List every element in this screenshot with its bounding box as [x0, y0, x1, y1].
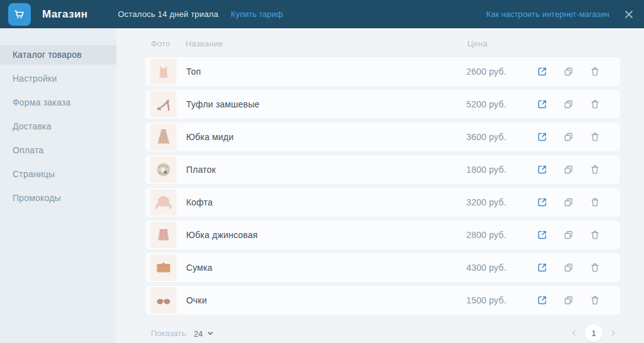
product-price: 4300 руб. [466, 253, 506, 282]
product-name: Юбка миди [186, 122, 234, 151]
pagination: 1 [570, 324, 617, 342]
delete-icon[interactable] [590, 99, 600, 109]
sidebar-item-label: Оплата [13, 145, 43, 155]
product-name: Сумка [186, 253, 213, 282]
product-price: 3600 руб. [466, 122, 506, 151]
product-name: Юбка джинсовая [186, 220, 258, 249]
duplicate-icon[interactable] [564, 165, 574, 175]
product-photo-heeled-shoes [150, 91, 177, 117]
table-header: Фото Название Цена [116, 28, 644, 57]
sidebar-item[interactable]: Оплата [0, 141, 116, 160]
product-photo-glasses [150, 287, 177, 313]
duplicate-icon[interactable] [564, 295, 574, 305]
table-footer: Показать: 24 1 [145, 324, 621, 342]
duplicate-icon[interactable] [564, 99, 574, 109]
close-icon[interactable] [623, 9, 635, 20]
open-product-icon[interactable] [537, 230, 547, 240]
product-photo-denim-skirt [150, 222, 177, 248]
delete-icon[interactable] [590, 165, 600, 175]
product-price: 2800 руб. [466, 220, 506, 249]
sidebar-item-label: Форма заказа [13, 97, 70, 107]
product-price: 5200 руб. [466, 90, 506, 119]
product-list: Топ2600 руб.Туфли замшевые5200 руб.Юбка … [145, 57, 621, 315]
column-header-price: Цена [467, 39, 487, 48]
sidebar-item[interactable]: Промокоды [0, 188, 116, 208]
product-photo-midi-skirt [150, 124, 177, 150]
show-label: Показать: [151, 329, 188, 338]
duplicate-icon[interactable] [564, 132, 574, 142]
product-row[interactable]: Туфли замшевые5200 руб. [145, 89, 621, 119]
duplicate-icon[interactable] [564, 263, 574, 273]
product-row[interactable]: Платок1800 руб. [145, 155, 621, 185]
duplicate-icon[interactable] [564, 67, 574, 77]
product-row[interactable]: Кофта3200 руб. [145, 187, 621, 217]
product-name: Платок [186, 155, 216, 184]
product-photo-sweater [150, 189, 177, 215]
buy-plan-link[interactable]: Купить тариф [231, 9, 283, 19]
chevron-down-icon [207, 329, 214, 339]
trial-status: Осталось 14 дней триала [118, 9, 219, 19]
product-price: 1500 руб. [466, 286, 506, 315]
page-size-select[interactable]: 24 [194, 329, 214, 339]
delete-icon[interactable] [590, 230, 600, 240]
sidebar-item[interactable]: Страницы [0, 165, 116, 184]
sidebar-item-label: Каталог товаров [13, 50, 82, 60]
product-price: 3200 руб. [466, 188, 506, 217]
product-name: Очки [186, 286, 207, 315]
column-header-name: Название [186, 39, 223, 48]
delete-icon[interactable] [590, 295, 600, 305]
product-row[interactable]: Юбка джинсовая2800 руб. [145, 220, 621, 250]
product-photo-scarf [150, 156, 177, 183]
setup-help-link[interactable]: Как настроить интернет-магазин [486, 9, 609, 19]
open-product-icon[interactable] [537, 197, 547, 207]
product-price: 1800 руб. [466, 155, 506, 184]
duplicate-icon[interactable] [564, 230, 574, 240]
product-photo-top [150, 58, 177, 85]
product-price: 2600 руб. [466, 57, 506, 86]
sidebar-item-label: Промокоды [13, 193, 61, 203]
delete-icon[interactable] [590, 132, 600, 142]
current-page-button[interactable]: 1 [585, 324, 602, 342]
store-admin-app: Магазин Осталось 14 дней триала Купить т… [0, 0, 644, 343]
delete-icon[interactable] [590, 67, 600, 77]
product-row[interactable]: Топ2600 руб. [145, 57, 621, 87]
sidebar-item-label: Доставка [13, 121, 52, 131]
product-name: Туфли замшевые [186, 90, 260, 119]
sidebar-item[interactable]: Каталог товаров [0, 45, 116, 65]
product-photo-bag [150, 254, 177, 281]
sidebar-item[interactable]: Настройки [0, 69, 116, 89]
open-product-icon[interactable] [537, 132, 547, 142]
app-title: Магазин [42, 8, 88, 21]
top-bar: Магазин Осталось 14 дней триала Купить т… [0, 0, 644, 28]
column-header-photo: Фото [151, 39, 170, 48]
open-product-icon[interactable] [537, 67, 547, 77]
page-size-value: 24 [194, 329, 203, 339]
product-row[interactable]: Очки1500 руб. [145, 285, 621, 315]
cart-icon[interactable] [8, 3, 31, 26]
duplicate-icon[interactable] [564, 197, 574, 207]
catalog-panel: Фото Название Цена Топ2600 руб.Туфли зам… [116, 28, 644, 343]
open-product-icon[interactable] [537, 295, 547, 305]
sidebar-item[interactable]: Форма заказа [0, 93, 116, 112]
product-row[interactable]: Сумка4300 руб. [145, 253, 621, 283]
next-page-icon[interactable] [609, 329, 617, 337]
product-name: Кофта [186, 188, 213, 217]
product-row[interactable]: Юбка миди3600 руб. [145, 122, 621, 152]
sidebar-item[interactable]: Доставка [0, 117, 116, 136]
sidebar-item-label: Страницы [13, 169, 55, 179]
open-product-icon[interactable] [537, 165, 547, 175]
open-product-icon[interactable] [537, 263, 547, 273]
product-name: Топ [186, 57, 201, 86]
prev-page-icon[interactable] [570, 329, 578, 337]
open-product-icon[interactable] [537, 99, 547, 109]
delete-icon[interactable] [590, 263, 600, 273]
sidebar-item-label: Настройки [13, 74, 57, 84]
sidebar-nav: Каталог товаровНастройкиФорма заказаДост… [0, 28, 116, 343]
delete-icon[interactable] [590, 197, 600, 207]
